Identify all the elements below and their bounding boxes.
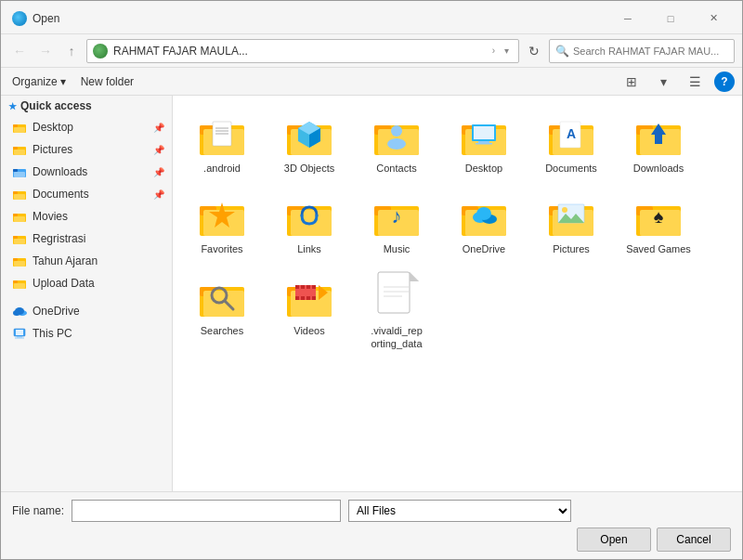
file-item-vivaldi[interactable]: .vivaldi_reporting_data xyxy=(355,266,438,357)
desktop-content-name: Desktop xyxy=(465,162,502,175)
sidebar-item-movies[interactable]: Movies xyxy=(1,205,172,228)
documents-label: Documents xyxy=(33,188,148,201)
cancel-button[interactable]: Cancel xyxy=(657,527,731,552)
navigation-toolbar: ← → ↑ RAHMAT FAJAR MAULA... › ▾ ↻ 🔍 xyxy=(1,34,742,68)
vivaldi-name: .vivaldi_reporting_data xyxy=(371,324,423,351)
svg-rect-1 xyxy=(13,124,18,127)
back-button[interactable]: ← xyxy=(8,40,31,62)
downloads-content-folder-icon xyxy=(631,109,686,160)
pictures-label: Pictures xyxy=(33,143,148,156)
file-type-select[interactable]: All Files xyxy=(348,500,571,522)
window-title: Open xyxy=(33,12,606,25)
sidebar-item-upload-data[interactable]: Upload Data xyxy=(1,272,172,294)
upload-data-label: Upload Data xyxy=(33,277,164,290)
svg-rect-53 xyxy=(474,126,494,139)
file-item-onedrive[interactable]: OneDrive xyxy=(442,184,526,261)
sidebar-item-regristrasi[interactable]: Regristrasi xyxy=(1,228,172,250)
thispc-label: This PC xyxy=(33,327,164,340)
svg-rect-2 xyxy=(14,127,25,133)
svg-rect-17 xyxy=(14,239,25,244)
svg-rect-7 xyxy=(13,169,18,172)
sidebar-item-desktop[interactable]: Desktop 📌 xyxy=(1,116,172,138)
searches-name: Searches xyxy=(201,324,243,337)
svg-rect-23 xyxy=(14,283,25,289)
file-item-favorites[interactable]: Favorites xyxy=(180,184,264,261)
file-item-pictures[interactable]: Pictures xyxy=(529,184,613,261)
file-name-row: File name: All Files xyxy=(12,500,731,522)
file-name-input[interactable] xyxy=(72,500,341,522)
refresh-button[interactable]: ↻ xyxy=(523,40,545,62)
file-item-contacts[interactable]: Contacts xyxy=(355,103,438,180)
file-item-desktop[interactable]: Desktop xyxy=(442,103,526,180)
svg-marker-112 xyxy=(410,272,419,281)
organize-chevron-icon: ▾ xyxy=(60,75,66,88)
music-folder-icon: ♪ xyxy=(369,189,424,241)
android-folder-icon xyxy=(194,109,250,160)
savedgames-name: Saved Games xyxy=(626,242,691,255)
search-bar[interactable]: 🔍 xyxy=(549,39,735,63)
main-content: ★ Quick access Desktop 📌 xyxy=(1,96,742,491)
svg-rect-103 xyxy=(306,285,310,289)
new-folder-button[interactable]: New folder xyxy=(77,73,137,90)
documents-content-folder-icon: A xyxy=(543,109,599,160)
file-name-label: File name: xyxy=(12,504,64,517)
downloads-label: Downloads xyxy=(33,165,148,178)
help-button[interactable]: ? xyxy=(714,72,735,92)
file-item-links[interactable]: Links xyxy=(267,184,351,261)
address-chevron-icon: › xyxy=(492,46,495,56)
svg-rect-16 xyxy=(13,236,18,239)
address-dropdown-icon[interactable]: ▾ xyxy=(501,46,513,56)
svg-rect-29 xyxy=(17,336,22,338)
downloads-folder-icon xyxy=(12,164,27,179)
svg-rect-13 xyxy=(13,214,18,216)
file-item-downloads[interactable]: Downloads xyxy=(617,103,700,180)
svg-rect-30 xyxy=(15,338,24,339)
pictures-folder-icon xyxy=(12,142,27,157)
close-button[interactable]: ✕ xyxy=(692,5,735,33)
view-dropdown-button[interactable]: ▾ xyxy=(651,72,675,92)
file-item-android[interactable]: .android xyxy=(180,103,264,180)
footer-buttons: Open Cancel xyxy=(12,527,731,552)
desktop-content-folder-icon xyxy=(456,109,512,160)
file-item-music[interactable]: ♪ Music xyxy=(355,184,438,261)
file-item-searches[interactable]: Searches xyxy=(180,266,264,357)
svg-point-81 xyxy=(476,207,491,220)
view-tiles-button[interactable]: ⊞ xyxy=(619,72,644,92)
sidebar-item-downloads[interactable]: Downloads 📌 xyxy=(1,161,172,183)
svg-rect-104 xyxy=(312,285,316,289)
file-item-documents[interactable]: A Documents xyxy=(529,103,613,180)
sidebar-item-tahun-ajaran[interactable]: Tahun Ajaran xyxy=(1,250,172,272)
svg-rect-28 xyxy=(16,330,23,335)
documents-pin-icon: 📌 xyxy=(153,189,164,200)
onedrive-content-name: OneDrive xyxy=(463,242,505,255)
svg-rect-107 xyxy=(306,296,310,300)
desktop-folder-icon xyxy=(12,120,27,135)
svg-rect-55 xyxy=(476,143,492,145)
open-button[interactable]: Open xyxy=(577,527,651,552)
3dobjects-name: 3D Objects xyxy=(284,162,334,175)
sidebar-item-thispc[interactable]: This PC xyxy=(1,322,172,345)
forward-button[interactable]: → xyxy=(34,40,57,62)
up-button[interactable]: ↑ xyxy=(60,40,83,62)
file-item-videos[interactable]: Videos xyxy=(267,266,351,357)
favorites-folder-icon xyxy=(194,189,250,241)
search-input[interactable] xyxy=(573,46,728,57)
file-item-savedgames[interactable]: ♠ Saved Games xyxy=(617,184,700,261)
organize-button[interactable]: Organize ▾ xyxy=(8,73,70,90)
quick-access-header[interactable]: ★ Quick access xyxy=(1,96,172,116)
file-item-3dobjects[interactable]: 3D Objects xyxy=(267,103,351,180)
minimize-button[interactable]: ─ xyxy=(606,5,649,33)
sidebar-item-onedrive[interactable]: OneDrive xyxy=(1,300,172,322)
pictures-content-name: Pictures xyxy=(553,242,590,255)
contacts-folder-icon xyxy=(369,109,424,160)
searches-folder-icon xyxy=(194,271,250,322)
tahun-ajaran-folder-icon xyxy=(12,254,27,268)
view-details-button[interactable]: ☰ xyxy=(683,72,707,92)
maximize-button[interactable]: □ xyxy=(649,5,692,33)
sidebar-item-pictures[interactable]: Pictures 📌 xyxy=(1,138,172,161)
svg-rect-101 xyxy=(295,285,299,289)
sidebar-item-documents[interactable]: Documents 📌 xyxy=(1,183,172,205)
address-bar[interactable]: RAHMAT FAJAR MAULA... › ▾ xyxy=(86,39,519,63)
regristrasi-folder-icon xyxy=(12,231,27,246)
svg-rect-4 xyxy=(13,147,18,150)
